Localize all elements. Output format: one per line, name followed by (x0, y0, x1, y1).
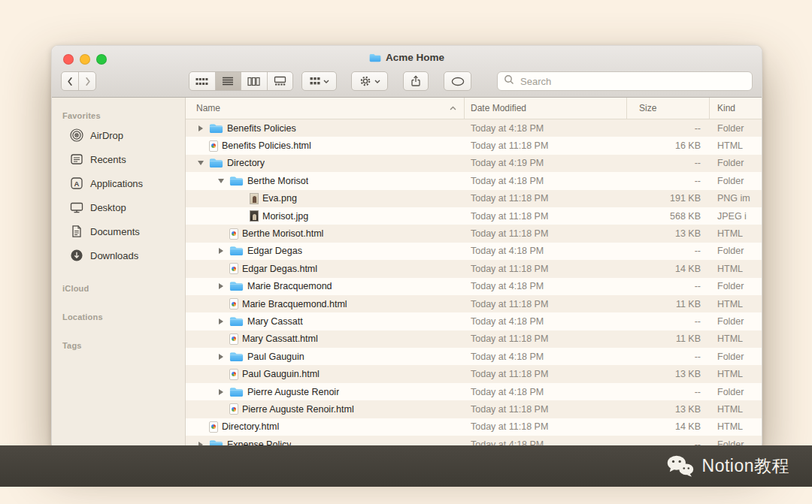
image-thumbnail-icon (250, 210, 259, 222)
date-modified: Today at 4:18 PM (465, 316, 627, 327)
back-button[interactable] (62, 72, 78, 90)
file-kind: HTML (710, 404, 762, 415)
table-row[interactable]: Berthe MorisotToday at 4:18 PM--Folder (186, 172, 762, 189)
image-thumbnail-icon (250, 193, 259, 204)
column-header-name[interactable]: Name (186, 98, 465, 119)
file-name: Directory (227, 158, 265, 168)
table-row[interactable]: Edgar Degas.htmlToday at 11:18 PM14 KBHT… (186, 260, 762, 277)
disclosure-triangle-collapsed[interactable] (217, 282, 226, 291)
folder-icon (229, 246, 244, 256)
window-title: Acme Home (52, 52, 762, 63)
sidebar-section-header-tags: Tags (52, 335, 185, 353)
file-size: 13 KB (627, 404, 710, 415)
view-mode-control (189, 71, 293, 91)
table-row[interactable]: Marie BracquemondToday at 4:18 PM--Folde… (186, 278, 762, 295)
documents-icon (70, 225, 83, 238)
search-input[interactable] (519, 75, 746, 88)
file-size: 13 KB (627, 369, 710, 379)
share-button[interactable] (403, 71, 429, 91)
date-modified: Today at 11:18 PM (465, 333, 627, 344)
table-row[interactable]: Benefits Policies.htmlToday at 11:18 PM1… (186, 137, 762, 154)
column-header-kind[interactable]: Kind (710, 98, 762, 119)
file-size: -- (627, 158, 710, 168)
disclosure-triangle-collapsed[interactable] (217, 352, 226, 361)
file-kind: Folder (710, 246, 762, 256)
file-kind: HTML (710, 264, 762, 274)
table-row[interactable]: Marie Bracquemond.htmlToday at 11:18 PM1… (186, 295, 762, 312)
file-kind: HTML (710, 421, 762, 432)
disclosure-triangle-collapsed[interactable] (217, 388, 226, 397)
sidebar-item-desktop[interactable]: Desktop (52, 195, 185, 219)
file-size: 11 KB (627, 333, 710, 344)
disclosure-spacer (217, 229, 226, 238)
sidebar-item-recents[interactable]: Recents (52, 147, 185, 171)
html-file-icon (229, 298, 238, 309)
file-name: Benefits Policies (227, 123, 296, 134)
table-row[interactable]: Eva.pngToday at 11:18 PM191 KBPNG im (186, 190, 762, 207)
tag-capsule-icon (451, 77, 465, 86)
search-field[interactable] (497, 71, 753, 91)
file-kind: Folder (710, 123, 762, 134)
file-name: Berthe Morisot (247, 176, 308, 186)
tags-button[interactable] (444, 71, 471, 91)
action-menu-button[interactable] (351, 71, 388, 91)
file-size: 11 KB (627, 299, 710, 309)
table-row[interactable]: Pierre Auguste Renoir.htmlToday at 11:18… (186, 400, 762, 418)
html-file-icon (209, 140, 218, 152)
forward-button[interactable] (78, 72, 95, 90)
group-by-button[interactable] (301, 71, 337, 91)
sidebar-item-applications[interactable]: AApplications (52, 171, 185, 195)
navigation-buttons (61, 71, 96, 91)
sidebar-section-header-favorites: Favorites (52, 105, 185, 123)
sidebar-item-airdrop[interactable]: AirDrop (52, 123, 185, 147)
list-view-button[interactable] (215, 72, 241, 90)
file-name: Marie Bracquemond.html (242, 299, 347, 309)
html-file-icon (229, 228, 238, 240)
table-row[interactable]: Paul GauguinToday at 4:18 PM--Folder (186, 348, 762, 365)
table-row[interactable]: Edgar DegasToday at 4:18 PM--Folder (186, 243, 762, 260)
column-header-kind-label: Kind (717, 103, 735, 113)
table-row[interactable]: Berthe Morisot.htmlToday at 11:18 PM13 K… (186, 225, 762, 242)
bottom-band: Notion教程 (0, 445, 812, 487)
file-name: Edgar Degas.html (242, 264, 317, 274)
sidebar-item-documents[interactable]: Documents (52, 219, 185, 243)
table-row[interactable]: Pierre Auguste RenoirToday at 4:18 PM--F… (186, 383, 762, 400)
file-name: Pierre Auguste Renoir.html (242, 404, 354, 415)
folder-icon (229, 387, 244, 397)
html-file-icon (229, 333, 238, 345)
table-row[interactable]: Morisot.jpgToday at 11:18 PM568 KBJPEG i (186, 207, 762, 225)
table-row[interactable]: Benefits PoliciesToday at 4:18 PM--Folde… (186, 119, 762, 137)
close-button[interactable] (63, 54, 74, 65)
icon-view-button[interactable] (189, 72, 215, 90)
disclosure-triangle-collapsed[interactable] (217, 246, 226, 255)
disclosure-triangle-collapsed[interactable] (217, 317, 226, 326)
window-chrome: Acme Home (52, 46, 762, 98)
table-row[interactable]: Paul Gauguin.htmlToday at 11:18 PM13 KBH… (186, 365, 762, 382)
minimize-button[interactable] (80, 54, 90, 65)
column-view-button[interactable] (241, 72, 267, 90)
sidebar-item-label: Documents (90, 226, 140, 237)
date-modified: Today at 4:18 PM (465, 352, 627, 362)
table-row[interactable]: Mary Cassatt.htmlToday at 11:18 PM11 KBH… (186, 330, 762, 348)
date-modified: Today at 11:18 PM (465, 211, 627, 222)
folder-icon (209, 158, 223, 168)
gallery-view-button[interactable] (267, 72, 293, 90)
html-file-icon (229, 263, 238, 274)
zoom-button[interactable] (96, 54, 107, 65)
column-header-size[interactable]: Size (627, 98, 710, 119)
disclosure-spacer (217, 300, 226, 309)
disclosure-triangle-collapsed[interactable] (196, 124, 205, 133)
column-header-date-modified[interactable]: Date Modified (465, 98, 627, 119)
disclosure-triangle-expanded[interactable] (196, 158, 205, 167)
table-row[interactable]: Mary CassattToday at 4:18 PM--Folder (186, 312, 762, 330)
file-name: Mary Cassatt.html (242, 333, 318, 344)
table-row[interactable]: Directory.htmlToday at 11:18 PM14 KBHTML (186, 418, 762, 436)
table-row[interactable]: DirectoryToday at 4:19 PM--Folder (186, 155, 762, 172)
file-size: -- (627, 316, 710, 327)
sidebar-item-downloads[interactable]: Downloads (52, 243, 185, 267)
wechat-icon (666, 454, 695, 478)
disclosure-triangle-expanded[interactable] (217, 177, 226, 186)
file-size: -- (627, 123, 710, 134)
disclosure-spacer (217, 264, 226, 273)
date-modified: Today at 11:18 PM (465, 299, 627, 309)
